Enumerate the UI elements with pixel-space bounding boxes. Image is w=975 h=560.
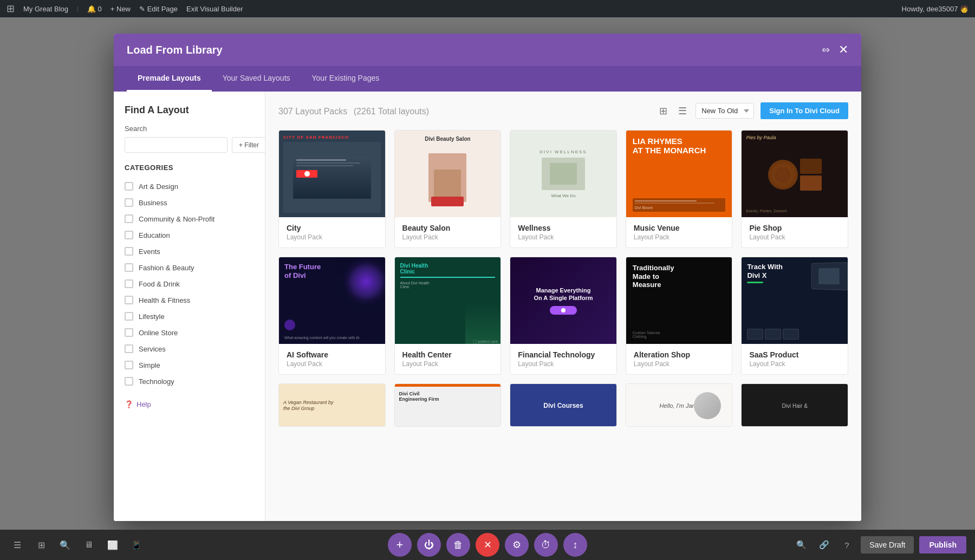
card-name-beauty: Beauty Salon	[402, 224, 493, 232]
category-item-technology[interactable]: Technology	[125, 373, 254, 389]
category-item-simple[interactable]: Simple	[125, 357, 254, 373]
layout-card-wellness[interactable]: DIVI WELLNESS What We Do Wellness Layout…	[510, 130, 617, 248]
card-type-health: Layout Pack	[402, 360, 493, 368]
settings-button[interactable]: ⚙	[505, 533, 529, 557]
tab-premade-layouts[interactable]: Premade Layouts	[127, 66, 212, 92]
category-item-events[interactable]: Events	[125, 243, 254, 259]
layout-card-music-venue[interactable]: LIA RHYMESAT THE MONARCH Divi Bloom Musi	[626, 130, 733, 248]
edit-page-link[interactable]: ✎ Edit Page	[139, 5, 178, 13]
modal-title: Load From Library	[127, 44, 223, 56]
category-checkbox-online-store[interactable]	[125, 328, 133, 337]
category-label-lifestyle: Lifestyle	[139, 312, 165, 321]
history-button[interactable]: ⏱	[534, 533, 558, 557]
adjust-icon[interactable]: ⇔	[822, 44, 830, 56]
category-item-education[interactable]: Education	[125, 227, 254, 243]
exit-visual-builder-link[interactable]: Exit Visual Builder	[186, 5, 243, 13]
category-item-health[interactable]: Health & Fitness	[125, 292, 254, 308]
card-type-ai: Layout Pack	[287, 360, 378, 368]
site-name[interactable]: My Great Blog	[23, 5, 68, 13]
power-button[interactable]: ⏻	[417, 533, 441, 557]
card-info-saas: SaaS Product Layout Pack	[742, 344, 848, 374]
filter-button[interactable]: + Filter	[232, 137, 265, 153]
add-button[interactable]: +	[388, 533, 412, 557]
grid-view-icon[interactable]: ⊞	[657, 103, 670, 119]
layout-card-civil[interactable]: Divi CivilEngineering Firm	[394, 383, 502, 427]
category-checkbox-business[interactable]	[125, 198, 133, 207]
category-item-art[interactable]: Art & Design	[125, 178, 254, 194]
layout-button[interactable]: ↕	[563, 533, 587, 557]
category-checkbox-food[interactable]	[125, 279, 133, 288]
category-label-online-store: Online Store	[139, 329, 178, 337]
layout-card-health-center[interactable]: Divi HealthClinic About Divi HealthClini…	[394, 257, 502, 375]
notifications-link[interactable]: 🔔 0	[87, 5, 102, 13]
layout-card-pie-shop[interactable]: Pies by Paula Events, Parties,	[741, 130, 848, 248]
layout-card-courses[interactable]: Divi Courses	[510, 383, 617, 427]
category-checkbox-events[interactable]	[125, 247, 133, 256]
card-info-ai: AI Software Layout Pack	[279, 344, 385, 374]
category-checkbox-services[interactable]	[125, 344, 133, 353]
card-info-beauty: Beauty Salon Layout Pack	[395, 217, 501, 248]
mobile-icon[interactable]: 📱	[128, 536, 145, 554]
card-info-health: Health Center Layout Pack	[395, 344, 501, 374]
layout-card-beauty-salon[interactable]: Divi Beauty Salon Beauty Salon Layout Pa…	[394, 130, 502, 248]
desktop-icon[interactable]: 🖥	[80, 536, 98, 554]
pack-count-text: 307 Layout Packs	[278, 107, 347, 116]
search-right-icon[interactable]: 🔍	[792, 536, 810, 554]
search-input[interactable]	[125, 137, 227, 153]
search-bottom-icon[interactable]: 🔍	[56, 536, 74, 554]
tab-saved-layouts[interactable]: Your Saved Layouts	[212, 66, 301, 92]
bottom-bar: ☰ ⊞ 🔍 🖥 ⬜ 📱 + ⏻ 🗑 ✕ ⚙ ⏱ ↕ 🔍 🔗 ? Save Dra…	[0, 530, 975, 560]
menu-icon[interactable]: ☰	[9, 536, 26, 554]
help-link[interactable]: ❓ Help	[125, 400, 254, 408]
close-icon[interactable]: ✕	[838, 44, 848, 56]
category-checkbox-lifestyle[interactable]	[125, 312, 133, 321]
save-draft-button[interactable]: Save Draft	[861, 536, 914, 554]
category-checkbox-community[interactable]	[125, 214, 133, 223]
modal-body: Find A Layout Search + Filter Categories…	[114, 92, 861, 521]
category-checkbox-education[interactable]	[125, 231, 133, 239]
category-checkbox-health[interactable]	[125, 296, 133, 304]
sign-in-cloud-button[interactable]: Sign In To Divi Cloud	[760, 102, 848, 119]
list-view-icon[interactable]: ☰	[676, 103, 689, 119]
sort-select[interactable]: New To Old Old To New A to Z Z to A	[696, 103, 754, 119]
category-label-health: Health & Fitness	[139, 296, 190, 304]
layout-card-blog[interactable]: Hello, I'm Jane	[626, 383, 733, 427]
layout-card-hair[interactable]: Divi Hair &	[741, 383, 848, 427]
close-button[interactable]: ✕	[476, 533, 499, 557]
category-checkbox-technology[interactable]	[125, 377, 133, 386]
layout-card-ai-software[interactable]: The Futureof Divi What amazing content w…	[278, 257, 386, 375]
help-label: Help	[136, 400, 151, 408]
category-checkbox-fashion[interactable]	[125, 263, 133, 272]
category-label-technology: Technology	[139, 377, 174, 386]
bottom-center-buttons: + ⏻ 🗑 ✕ ⚙ ⏱ ↕	[388, 533, 587, 557]
category-checkbox-simple[interactable]	[125, 361, 133, 369]
category-item-community[interactable]: Community & Non-Profit	[125, 211, 254, 227]
category-label-services: Services	[139, 345, 166, 353]
category-item-online-store[interactable]: Online Store	[125, 324, 254, 341]
category-label-events: Events	[139, 248, 160, 256]
category-item-business[interactable]: Business	[125, 194, 254, 211]
category-item-food[interactable]: Food & Drink	[125, 276, 254, 292]
grid-icon[interactable]: ⊞	[32, 536, 50, 554]
category-item-services[interactable]: Services	[125, 341, 254, 357]
card-name-fintech: Financial Technology	[518, 350, 609, 359]
new-link[interactable]: + New	[110, 5, 131, 13]
layout-card-fintech[interactable]: Manage EverythingOn A Single Platform Fi…	[510, 257, 617, 375]
category-item-lifestyle[interactable]: Lifestyle	[125, 308, 254, 324]
help-bottom-icon[interactable]: ?	[838, 536, 855, 554]
layout-card-alteration[interactable]: TraditionallyMade toMeasure Custom Tailo…	[626, 257, 733, 375]
trash-button[interactable]: 🗑	[446, 533, 470, 557]
card-name-city: City	[287, 224, 378, 232]
tablet-icon[interactable]: ⬜	[104, 536, 121, 554]
category-checkbox-art[interactable]	[125, 182, 133, 191]
card-name-health: Health Center	[402, 350, 493, 359]
layout-card-city[interactable]: CITY OF SAN FRANCISCO	[278, 130, 386, 248]
layout-card-vegan[interactable]: A Vegan Restaurant bythe Divi Group	[278, 383, 386, 427]
tab-existing-pages[interactable]: Your Existing Pages	[301, 66, 391, 92]
card-info-city: City Layout Pack	[279, 217, 385, 248]
category-item-fashion[interactable]: Fashion & Beauty	[125, 259, 254, 276]
link-icon[interactable]: 🔗	[815, 536, 833, 554]
layout-card-saas[interactable]: Track WithDivi X	[741, 257, 848, 375]
publish-button[interactable]: Publish	[919, 536, 966, 554]
card-type-saas: Layout Pack	[749, 360, 840, 368]
